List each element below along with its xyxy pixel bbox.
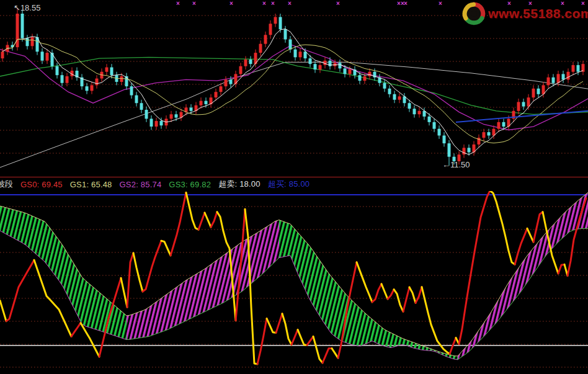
candle-body [86, 86, 89, 91]
candle-body [135, 96, 138, 104]
band-rising-segment [458, 192, 588, 360]
candle-body [562, 74, 565, 79]
candle-body [264, 35, 267, 43]
candle-body [229, 79, 233, 84]
candle-body [497, 122, 501, 129]
candle-body [155, 121, 158, 127]
candle-body [294, 50, 297, 58]
fast-line-up-segment [372, 284, 381, 302]
candle-body [175, 114, 178, 117]
fast-line-up-segment [71, 323, 81, 337]
fast-line-down-segment [161, 241, 171, 256]
candle-body [145, 110, 148, 118]
fast-line-up-segment [307, 337, 313, 345]
sell-mark-x: × [262, 0, 266, 7]
fast-line-down-segment [205, 213, 211, 227]
candle-body [547, 78, 550, 86]
candle-body [468, 148, 471, 152]
price-low-label: ←11.50 [442, 160, 470, 169]
candle-body [91, 85, 94, 91]
pinwheel-swirl-icon [462, 2, 486, 25]
fast-line-down-segment [357, 262, 372, 302]
fast-line-up-segment [292, 330, 298, 345]
candle-body [56, 66, 59, 75]
indicator-header: 波段 GS0: 69.45GS1: 65.48GS2: 85.74GS3: 69… [0, 178, 588, 190]
sell-mark-x: × [336, 0, 340, 7]
candle-body [140, 103, 143, 110]
fast-line-up-segment [211, 212, 217, 227]
green-ma-line [0, 57, 588, 114]
candle-body [502, 122, 506, 127]
candle-body [200, 101, 203, 105]
fast-line-down-segment [394, 290, 403, 312]
candle-body [488, 132, 491, 135]
oscillator-svg [0, 191, 588, 374]
candle-body [41, 51, 44, 60]
candle-body [532, 89, 535, 97]
fast-line-up-segment [403, 287, 409, 311]
candle-body [16, 14, 19, 47]
fast-line-down-segment [313, 337, 323, 363]
sell-mark-x: × [176, 0, 180, 7]
candle-body [339, 63, 342, 68]
candles [1, 8, 585, 166]
candle-body [349, 69, 352, 74]
candle-body [31, 37, 34, 46]
candle-body [359, 75, 362, 81]
fast-line-down-segment [186, 192, 198, 229]
candle-body [309, 58, 312, 64]
candle-body [205, 101, 208, 104]
candle-body [110, 68, 114, 76]
fast-line-up-segment [533, 212, 543, 242]
candle-body [289, 39, 292, 49]
candle-body [269, 24, 272, 35]
candle-body [438, 129, 441, 136]
candle-body [557, 74, 560, 82]
candle-body [537, 89, 540, 94]
candle-body [408, 103, 411, 109]
candle-body [314, 64, 317, 69]
price-high-label: ↖18.55 [14, 3, 40, 12]
indicator-value-GS2: GS2: 85.74 [120, 180, 162, 189]
candle-body [393, 94, 396, 100]
blue-trendline [456, 111, 588, 122]
stock-chart-window: ××××××××××××××× ↖18.55 ←11.50 www.55188.… [0, 0, 588, 374]
candle-body [120, 76, 123, 82]
sell-mark-x: × [288, 0, 292, 7]
candle-body [368, 72, 372, 76]
fast-line-down-segment [267, 319, 276, 333]
fast-line-up-segment [257, 319, 267, 365]
fast-line-up-segment [276, 314, 282, 333]
site-logo-text: www.55188.com [488, 6, 588, 21]
candle-body [363, 76, 367, 81]
fast-line-down-segment [409, 287, 416, 303]
candle-body [26, 38, 29, 47]
fast-line-down-segment [298, 330, 307, 345]
candle-body [244, 60, 247, 66]
fast-line [0, 191, 586, 364]
candle-body [249, 60, 252, 64]
candle-body [220, 86, 223, 92]
candle-body [517, 102, 520, 110]
candle-body [527, 97, 530, 106]
candle-body [428, 117, 431, 122]
fast-line-down-segment [527, 228, 533, 242]
candle-body [344, 68, 347, 74]
indicator-value-GS3: GS3: 69.82 [169, 180, 211, 189]
candle-body [239, 66, 243, 74]
indicator-title: 波段 [0, 179, 13, 190]
candle-body [552, 78, 555, 83]
fast-line-up-segment [198, 213, 205, 229]
fast-line-down-segment [133, 253, 143, 292]
white-ma-line [2, 29, 583, 155]
candle-body [567, 72, 570, 80]
sell-mark-x: × [404, 0, 408, 7]
fast-line-up-segment [416, 287, 422, 303]
candle-body [105, 68, 109, 72]
indicator-value-超买: 超买: 85.00 [268, 179, 310, 190]
candle-body [522, 102, 525, 106]
candle-body [66, 76, 69, 83]
candle-body [61, 75, 64, 83]
candle-body [170, 114, 173, 118]
candle-body [150, 118, 153, 127]
